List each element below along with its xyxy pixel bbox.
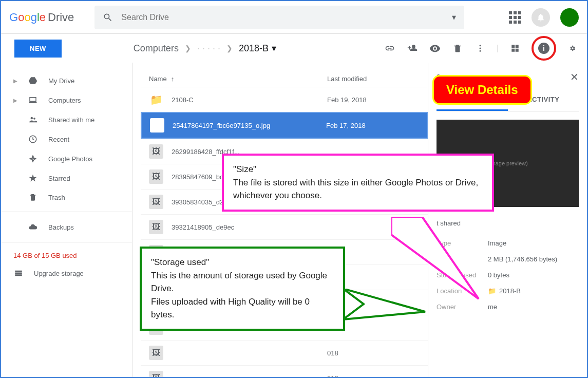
sidebar-label: Upgrade storage [34, 270, 84, 277]
trash-icon[interactable] [451, 42, 464, 54]
image-thumbnail: 🖼 [149, 195, 163, 209]
info-button-highlight: i [532, 36, 556, 61]
folder-icon: 📁 [149, 92, 163, 107]
header: GoogleDrive ▾ [1, 1, 587, 34]
close-icon[interactable]: ✕ [570, 71, 579, 83]
sidebar-label: My Drive [48, 77, 74, 85]
clock-icon [28, 135, 38, 144]
svg-marker-15 [343, 289, 425, 319]
svg-rect-12 [15, 273, 22, 274]
star-icon [28, 174, 38, 183]
chevron-right-icon: ❯ [185, 44, 191, 52]
sidebar-item-computers[interactable]: ▶ Computers [1, 90, 132, 110]
chevron-right-icon: ❯ [226, 44, 233, 52]
share-person-icon[interactable] [406, 42, 419, 54]
drive-icon [28, 76, 38, 85]
file-row[interactable]: 🖼018 [141, 365, 428, 377]
more-icon[interactable] [474, 42, 486, 54]
expand-arrow-icon: ▶ [13, 78, 17, 84]
toolbar: NEW Computers ❯ · · · · · ❯ 2018-B ▾ | i [1, 34, 587, 63]
sidebar-item-recent[interactable]: Recent [1, 129, 132, 149]
photos-icon [28, 154, 38, 163]
svg-point-0 [479, 45, 481, 46]
new-button[interactable]: NEW [14, 40, 62, 58]
notifications-icon[interactable] [532, 8, 550, 27]
preview-eye-icon[interactable] [429, 42, 441, 54]
image-thumbnail: 🖼 [149, 371, 163, 377]
sidebar-item-backups[interactable]: Backups [1, 217, 132, 237]
laptop-icon [28, 96, 38, 105]
svg-rect-7 [30, 98, 36, 102]
link-icon[interactable] [384, 42, 396, 54]
breadcrumb-root[interactable]: Computers [134, 43, 179, 54]
svg-point-1 [479, 48, 481, 49]
svg-point-8 [31, 117, 33, 120]
file-date: 018 [327, 374, 420, 377]
cloud-icon [28, 222, 38, 232]
image-thumbnail: 🖼 [149, 144, 163, 159]
annotation-storage-arrow [343, 289, 430, 325]
sidebar-label: Computers [48, 97, 81, 104]
file-date: 018 [327, 349, 420, 357]
svg-point-2 [479, 50, 481, 52]
info-icon[interactable]: i [538, 43, 549, 54]
grid-view-icon[interactable] [509, 42, 521, 54]
expand-arrow-icon: ▶ [13, 98, 17, 103]
svg-rect-3 [511, 45, 515, 48]
svg-marker-14 [391, 217, 479, 299]
sidebar-label: Google Photos [48, 155, 92, 163]
annotation-size: "Size" The file is stored with this size… [222, 154, 494, 212]
svg-point-9 [33, 118, 35, 120]
sidebar-item-starred[interactable]: Starred [1, 168, 132, 188]
trash-icon [28, 193, 38, 201]
file-date: Feb 17, 2018 [326, 122, 419, 129]
svg-rect-13 [15, 274, 22, 276]
apps-icon[interactable] [509, 11, 521, 24]
image-thumbnail: 🖼 [149, 220, 163, 234]
svg-rect-5 [511, 49, 515, 52]
folder-icon: 📁 [488, 287, 496, 295]
svg-rect-6 [516, 49, 519, 52]
storage-icon [13, 269, 24, 278]
sidebar-item-shared[interactable]: Shared with me [1, 110, 132, 129]
breadcrumb-current[interactable]: 2018-B ▾ [239, 43, 276, 54]
breadcrumb: Computers ❯ · · · · · ❯ 2018-B ▾ [134, 43, 276, 54]
sidebar-label: Recent [48, 136, 69, 143]
search-input[interactable] [121, 13, 452, 22]
sidebar: ▶ My Drive ▶ Computers Shared with me Re… [1, 63, 132, 377]
column-name[interactable]: Name ↑ [149, 75, 327, 83]
file-row[interactable]: 🖼39321418905_de9ec [141, 214, 428, 239]
annotation-view-details: View Details [432, 75, 532, 105]
file-date: Feb 19, 2018 [327, 96, 420, 104]
file-name: 2108-C [172, 96, 327, 104]
search-icon [103, 12, 113, 23]
storage-quota-text: 14 GB of 15 GB used [1, 248, 132, 263]
file-row[interactable]: 🖼25417864197_fbc6e97135_o.jpgFeb 17, 201… [141, 112, 428, 139]
search-dropdown-icon[interactable]: ▾ [452, 12, 456, 22]
file-row[interactable]: 📁2108-CFeb 19, 2018 [141, 87, 428, 112]
sort-arrow-icon: ↑ [171, 75, 175, 83]
people-icon [28, 115, 38, 124]
svg-rect-11 [15, 271, 22, 272]
settings-gear-icon[interactable] [566, 42, 579, 54]
sidebar-item-trash[interactable]: Trash [1, 188, 132, 206]
svg-rect-4 [516, 45, 519, 48]
logo[interactable]: GoogleDrive [9, 11, 74, 24]
sidebar-item-photos[interactable]: Google Photos [1, 149, 132, 168]
image-thumbnail: 🖼 [150, 118, 164, 133]
file-name: 25417864197_fbc6e97135_o.jpg [173, 122, 326, 129]
file-row[interactable]: 🖼018 [141, 340, 428, 365]
sidebar-label: Shared with me [48, 116, 94, 124]
list-header: Name ↑ Last modified [141, 71, 428, 87]
sidebar-label: Trash [48, 194, 65, 201]
image-thumbnail: 🖼 [149, 169, 163, 184]
file-name: 39321418905_de9ec [172, 223, 327, 231]
sidebar-item-my-drive[interactable]: ▶ My Drive [1, 71, 132, 90]
column-date[interactable]: Last modified [327, 75, 420, 83]
sidebar-label: Starred [48, 175, 70, 182]
search-bar[interactable]: ▾ [94, 6, 464, 29]
avatar[interactable] [560, 8, 579, 27]
dropdown-icon: ▾ [272, 43, 276, 54]
image-thumbnail: 🖼 [149, 346, 163, 360]
sidebar-item-upgrade[interactable]: Upgrade storage [1, 263, 132, 283]
